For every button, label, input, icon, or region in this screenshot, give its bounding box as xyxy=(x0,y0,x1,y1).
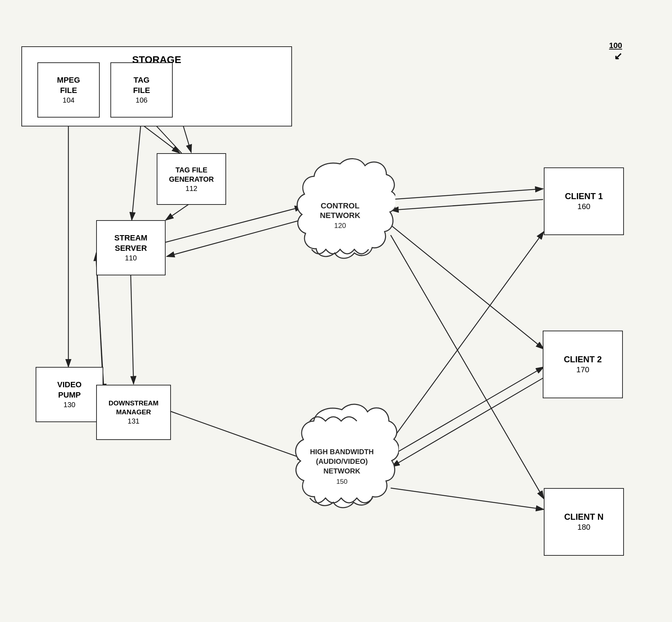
client2-box: CLIENT 2 170 xyxy=(543,331,623,398)
tag-file-generator-number: 112 xyxy=(186,184,197,193)
client1-number: 160 xyxy=(577,202,590,212)
mpeg-file-label: MPEG FILE xyxy=(57,75,80,95)
svg-text:NETWORK: NETWORK xyxy=(320,211,360,220)
clientn-box: CLIENT N 180 xyxy=(544,488,624,556)
downstream-manager-label: DOWNSTREAM MANAGER xyxy=(109,399,158,416)
stream-server-number: 110 xyxy=(125,253,137,263)
svg-text:150: 150 xyxy=(336,478,348,485)
svg-line-6 xyxy=(166,207,303,242)
client2-number: 170 xyxy=(576,365,589,375)
tag-file-generator-box: TAG FILE GENERATOR 112 xyxy=(157,153,226,205)
ref-num-label: 100 xyxy=(609,41,622,50)
svg-text:NETWORK: NETWORK xyxy=(323,467,360,475)
tag-file-box: TAG FILE 106 xyxy=(110,62,173,118)
downstream-manager-number: 131 xyxy=(127,416,139,426)
clientn-label: CLIENT N xyxy=(564,511,604,522)
video-pump-number: 130 xyxy=(63,400,75,409)
svg-line-15 xyxy=(390,224,544,349)
downstream-manager-box: DOWNSTREAM MANAGER 131 xyxy=(96,385,171,440)
video-pump-label: VIDEO PUMP xyxy=(57,380,82,400)
svg-line-19 xyxy=(391,235,544,499)
svg-line-7 xyxy=(167,219,304,256)
tag-file-generator-label: TAG FILE GENERATOR xyxy=(169,165,214,184)
svg-line-5 xyxy=(166,203,191,220)
svg-text:CONTROL: CONTROL xyxy=(321,201,360,210)
mpeg-file-number: 104 xyxy=(63,95,74,105)
video-pump-box: VIDEO PUMP 130 xyxy=(36,367,103,422)
reference-number: 100 ↙ xyxy=(609,41,622,62)
svg-text:120: 120 xyxy=(334,222,346,229)
ref-num-arrow: ↙ xyxy=(614,51,622,62)
clientn-number: 180 xyxy=(577,522,590,533)
mpeg-file-box: MPEG FILE 104 xyxy=(37,62,100,118)
client1-label: CLIENT 1 xyxy=(565,191,603,202)
high-bandwidth-network-cloud: HIGH BANDWIDTH (AUDIO/VIDEO) NETWORK 150 xyxy=(285,399,399,524)
client2-label: CLIENT 2 xyxy=(564,354,602,365)
svg-line-17 xyxy=(391,367,544,456)
svg-line-14 xyxy=(391,199,543,210)
control-network-cloud: CONTROL NETWORK 120 xyxy=(285,153,395,267)
svg-text:HIGH BANDWIDTH: HIGH BANDWIDTH xyxy=(310,448,374,456)
stream-server-label: STREAM SERVER xyxy=(114,233,147,253)
stream-server-box: STREAM SERVER 110 xyxy=(96,220,166,275)
svg-text:(AUDIO/VIDEO): (AUDIO/VIDEO) xyxy=(316,457,368,465)
svg-line-20 xyxy=(391,488,544,509)
tag-file-label: TAG FILE xyxy=(133,75,150,95)
tag-file-number: 106 xyxy=(136,95,147,105)
svg-line-8 xyxy=(131,274,134,384)
svg-line-16 xyxy=(391,232,544,442)
svg-line-18 xyxy=(392,378,544,467)
svg-line-13 xyxy=(390,189,543,199)
client1-box: CLIENT 1 160 xyxy=(544,167,624,235)
svg-line-1 xyxy=(132,118,141,220)
